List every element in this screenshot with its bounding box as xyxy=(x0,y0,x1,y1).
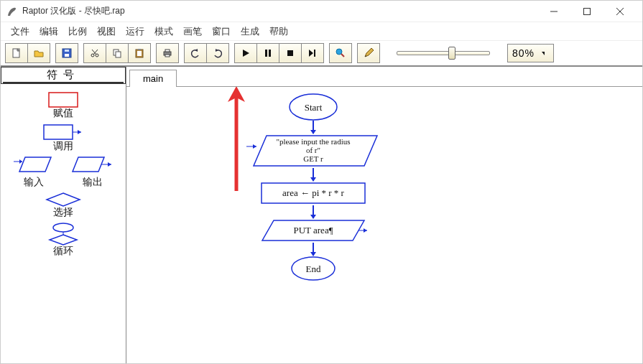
step-button[interactable] xyxy=(301,43,324,63)
svg-rect-23 xyxy=(314,50,315,57)
save-icon xyxy=(61,47,73,59)
scissors-icon xyxy=(89,47,101,59)
svg-marker-30 xyxy=(73,157,104,172)
clipboard-icon xyxy=(134,47,145,59)
menu-brush[interactable]: 画笔 xyxy=(183,25,202,38)
svg-rect-1 xyxy=(584,8,591,14)
menu-run[interactable]: 运行 xyxy=(126,25,144,38)
svg-rect-18 xyxy=(165,50,170,52)
cut-button[interactable] xyxy=(83,43,106,63)
node-input-line2: of r" xyxy=(245,146,381,154)
zoom-select[interactable]: 80% xyxy=(507,44,554,62)
symbol-palette: 符号 赋值 调用 输入 输出 选择 xyxy=(1,67,126,364)
svg-rect-19 xyxy=(165,55,170,57)
printer-icon xyxy=(162,47,173,59)
menu-generate[interactable]: 生成 xyxy=(241,25,259,38)
palette-header: 符号 xyxy=(3,67,124,83)
stop-button[interactable] xyxy=(279,43,302,63)
palette-call[interactable]: 调用 xyxy=(41,123,85,153)
palette-call-label: 调用 xyxy=(53,140,73,153)
node-output[interactable]: PUT area¶ xyxy=(259,218,367,243)
slider-track xyxy=(397,51,490,55)
svg-rect-21 xyxy=(269,50,271,57)
palette-assign[interactable]: 赋值 xyxy=(47,91,79,120)
menu-help[interactable]: 帮助 xyxy=(269,25,288,38)
play-icon xyxy=(240,47,251,59)
folder-open-icon xyxy=(33,47,45,59)
copy-icon xyxy=(111,47,123,59)
breakpoint-icon xyxy=(335,47,346,59)
palette-select[interactable]: 选择 xyxy=(44,192,83,219)
svg-rect-13 xyxy=(116,52,121,57)
palette-select-label: 选择 xyxy=(53,206,73,219)
svg-rect-15 xyxy=(137,51,142,56)
menu-bar: 文件 编辑 比例 视图 运行 模式 画笔 窗口 生成 帮助 xyxy=(1,22,642,41)
menu-window[interactable]: 窗口 xyxy=(212,25,231,38)
app-icon xyxy=(6,6,18,17)
maximize-button[interactable] xyxy=(570,1,603,22)
svg-rect-7 xyxy=(65,50,69,52)
undo-icon xyxy=(190,47,201,59)
palette-loop-label: 循环 xyxy=(53,245,73,258)
new-button[interactable] xyxy=(5,43,28,63)
svg-rect-22 xyxy=(287,50,293,56)
node-assign[interactable]: area ← pi * r * r xyxy=(259,181,367,205)
print-button[interactable] xyxy=(156,43,179,63)
stop-icon xyxy=(285,47,296,59)
close-button[interactable] xyxy=(603,1,637,22)
paste-button[interactable] xyxy=(128,43,151,63)
menu-file[interactable]: 文件 xyxy=(11,25,29,38)
slider-thumb[interactable] xyxy=(448,47,455,60)
pen-button[interactable] xyxy=(357,43,380,63)
svg-rect-6 xyxy=(65,54,69,57)
window-title: Raptor 汉化版 - 尽快吧.rap xyxy=(22,5,125,17)
node-output-text: PUT area¶ xyxy=(259,225,367,236)
title-bar: Raptor 汉化版 - 尽快吧.rap xyxy=(1,1,642,22)
svg-rect-25 xyxy=(49,93,78,107)
palette-output-label: 输出 xyxy=(83,176,103,189)
tab-strip: main xyxy=(126,67,642,87)
tab-main[interactable]: main xyxy=(129,70,177,87)
speed-slider[interactable] xyxy=(397,45,490,61)
svg-marker-29 xyxy=(19,157,51,172)
pen-icon xyxy=(363,47,374,59)
node-end-text: End xyxy=(306,263,321,275)
pause-icon xyxy=(262,47,274,59)
node-input[interactable]: "please input the radius of r" GET r xyxy=(245,134,381,168)
step-forward-icon xyxy=(307,47,318,59)
undo-button[interactable] xyxy=(184,43,207,63)
palette-assign-label: 赋值 xyxy=(53,107,73,120)
zoom-value: 80% xyxy=(511,47,540,59)
copy-button[interactable] xyxy=(106,43,129,63)
svg-marker-35 xyxy=(50,235,77,245)
palette-loop[interactable]: 循环 xyxy=(44,222,83,258)
svg-rect-16 xyxy=(138,49,141,50)
pause-button[interactable] xyxy=(256,43,279,63)
palette-input-label: 输入 xyxy=(24,176,44,189)
palette-input[interactable]: 输入 xyxy=(12,156,55,189)
node-input-line3: GET r xyxy=(245,154,381,163)
svg-rect-20 xyxy=(265,50,267,57)
menu-mode[interactable]: 模式 xyxy=(154,25,173,38)
file-new-icon xyxy=(11,47,22,59)
menu-view[interactable]: 视图 xyxy=(97,25,116,38)
save-button[interactable] xyxy=(55,43,78,63)
svg-point-24 xyxy=(336,49,342,55)
palette-output[interactable]: 输出 xyxy=(71,156,114,189)
minimize-button[interactable] xyxy=(537,1,570,22)
play-button[interactable] xyxy=(234,43,257,63)
redo-button[interactable] xyxy=(206,43,229,63)
dropdown-arrow-icon xyxy=(540,48,550,58)
flowchart-canvas[interactable]: Start "please input the radius of r" GET… xyxy=(126,87,642,364)
node-input-line1: "please input the radius xyxy=(245,137,381,146)
svg-point-33 xyxy=(53,223,73,232)
svg-marker-32 xyxy=(47,193,80,206)
breakpoint-button[interactable] xyxy=(329,43,352,63)
svg-rect-26 xyxy=(44,125,73,139)
menu-scale[interactable]: 比例 xyxy=(68,25,87,38)
node-assign-text: area ← pi * r * r xyxy=(259,187,367,199)
menu-edit[interactable]: 编辑 xyxy=(40,25,58,38)
node-start-text: Start xyxy=(305,102,323,113)
main-pane: main Start "please input the radius of r… xyxy=(126,67,642,364)
open-button[interactable] xyxy=(27,43,50,63)
